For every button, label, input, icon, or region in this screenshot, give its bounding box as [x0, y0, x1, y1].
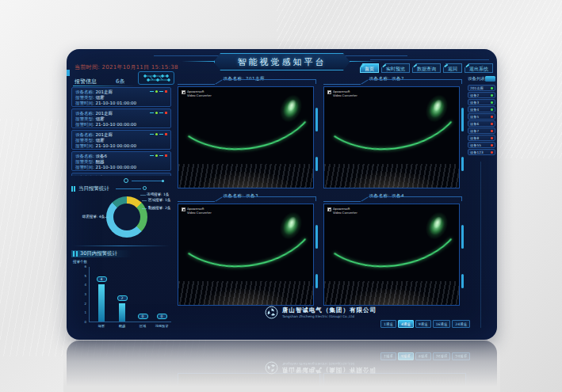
red-dot-icon	[165, 154, 167, 157]
watermark-logo-icon	[182, 90, 185, 94]
bar-value-label: 0	[157, 314, 167, 319]
watermark: ApowersoftVideo Converter	[327, 90, 357, 97]
machinery-silhouette	[178, 281, 313, 305]
nav-button-back[interactable]: 返回	[443, 63, 462, 73]
green-dot-icon	[155, 133, 158, 135]
network-topology-icon	[138, 71, 174, 85]
title-wing	[182, 61, 215, 62]
alarm-card[interactable]: 设备名称: 201走廊 报警类型: 烟雾 报警时间: 21-10-10 00:0…	[71, 130, 171, 150]
deco-dot	[143, 186, 147, 190]
donut-label: 翻越报警: 2条	[148, 206, 170, 210]
channel-button-9[interactable]: 9通道	[415, 320, 431, 328]
divider	[73, 245, 170, 246]
nav-line	[370, 59, 489, 60]
company-logo-icon	[265, 361, 278, 375]
x-tick-label: 烟雾	[91, 324, 112, 328]
bar-climb	[119, 303, 125, 322]
video-feed[interactable]: ApowersoftVideo Converter	[323, 86, 460, 188]
donut-label: 违规报警: 1条	[147, 192, 169, 196]
channel-button-24[interactable]: 24通道	[452, 320, 470, 328]
device-list-item[interactable]: 设备2	[468, 92, 495, 98]
channel-button-4[interactable]: 4通道	[398, 320, 414, 328]
video-feed[interactable]: ApowersoftVideo Converter	[178, 204, 314, 306]
channel-switcher: 1通道 4通道 9通道 16通道 24通道	[380, 320, 470, 328]
device-list-item[interactable]: 设备8	[468, 135, 495, 141]
bar-value-label: 2	[117, 295, 128, 301]
channel-button-16[interactable]: 16通道	[433, 320, 451, 328]
status-dot-icon	[491, 116, 493, 118]
green-dot-icon	[155, 154, 158, 157]
watermark: ApowersoftVideo Converter	[327, 207, 357, 215]
alarm-time: 21-10-10 00:00:00	[96, 122, 136, 127]
alarm-status-icons	[150, 154, 167, 157]
nav-button-live-preview[interactable]: 实时预览	[381, 63, 410, 73]
section-marker-icon	[73, 251, 78, 257]
video-grid: 设备名称: 201走廊 ApowersoftVideo Converter 设备…	[176, 76, 465, 307]
nav-button-home[interactable]: 首页	[360, 63, 379, 73]
daily-donut-chart	[106, 196, 147, 238]
alarm-time: 21-10-10 00:00:00	[96, 143, 136, 148]
video-feed[interactable]: ApowersoftVideo Converter	[323, 204, 460, 306]
x-tick-label: 违规预警	[151, 324, 172, 328]
page-title: 智能视觉感知平台	[214, 53, 350, 70]
header-line	[154, 55, 225, 56]
alarm-panel: 报警信息 6条 设备名称: 201走廊 报警类型: 烟雾 报警时间: 21-10…	[71, 76, 173, 331]
bar-value-label: 0	[138, 314, 148, 319]
red-dot-icon	[165, 112, 167, 114]
video-feed[interactable]: ApowersoftVideo Converter	[178, 86, 314, 188]
list-slider[interactable]	[71, 178, 171, 185]
watermark-logo-icon	[327, 207, 331, 211]
bar-smoke	[98, 284, 105, 322]
watermark: ApowersoftVideo Converter	[182, 90, 212, 97]
nav-button-data-query[interactable]: 数据查询	[412, 63, 441, 73]
alarm-card[interactable]: 设备名称: 201走廊 报警类型: 烟雾 报警时间: 21-10-10 00:0…	[71, 108, 171, 128]
device-list-item[interactable]: 设备55	[468, 142, 495, 148]
status-dot-icon	[491, 94, 493, 97]
machinery-silhouette	[324, 281, 459, 305]
alarm-device: 201走廊	[96, 111, 113, 116]
device-list-item[interactable]: 201走廊	[468, 85, 495, 91]
device-list-item[interactable]: 设备7	[468, 127, 495, 134]
current-time: 当前时间: 2021年10月11日 15:15:38	[75, 63, 178, 71]
company-name-en: Tangshan Zhicheng Electric (Group) Co.,L…	[282, 314, 377, 318]
red-dot-icon	[165, 133, 167, 135]
monthly-stats-title: 30日内报警统计	[71, 250, 132, 257]
channel-button-1[interactable]: 1通道	[380, 320, 396, 328]
slider-handle[interactable]	[124, 178, 128, 183]
red-dot-icon	[165, 90, 167, 93]
alarm-card[interactable]: 设备名称: 201走廊 报警类型: 烟雾 报警时间: 21-10-10 01:0…	[71, 87, 171, 107]
bar-value-label: 4	[97, 276, 107, 282]
device-list-item[interactable]: 设备3	[468, 99, 495, 105]
alarm-device: 设备6	[96, 154, 108, 158]
y-axis-label: 报警个数	[73, 260, 87, 264]
green-dot-icon	[155, 112, 158, 114]
divider	[73, 86, 135, 86]
green-dot-icon	[155, 90, 158, 93]
page-title-text: 智能视觉感知平台	[238, 56, 327, 68]
status-dot-icon	[491, 87, 493, 89]
watermark-logo-icon	[182, 207, 185, 211]
bar-violation	[159, 322, 165, 322]
device-list-item[interactable]: 设备4	[468, 106, 495, 112]
watermark: ApowersoftVideo Converter	[182, 207, 212, 215]
device-search-button[interactable]	[485, 76, 495, 82]
machinery-silhouette	[178, 164, 313, 188]
monthly-bar-chart: 0 1 2 3 4 5 6 4 2 0 0 烟雾 翻越 区域 违规预警	[71, 267, 173, 322]
x-tick-label: 翻越	[112, 324, 132, 328]
slider-end-dot	[162, 180, 164, 182]
alarm-time: 21-10-10 01:00:00	[96, 101, 136, 105]
alarm-card[interactable]: 设备名称: 设备6 报警类型: 翻越 报警时间: 21-10-10 00:00:…	[71, 151, 171, 171]
alarm-panel-title: 报警信息	[75, 78, 97, 86]
video-panel: 设备名称: 201走廊 ApowersoftVideo Converter	[176, 76, 319, 190]
machinery-silhouette	[324, 164, 459, 188]
nav-button-exit[interactable]: 退出系统	[465, 63, 493, 73]
alarm-status-icons	[150, 133, 167, 135]
section-marker-icon	[71, 186, 76, 192]
alarm-type: 翻越	[96, 159, 105, 164]
alarm-card[interactable]: 设备名称: 设备6 报警类型: 翻越 报警时间: 21-10-10 00:00:…	[71, 173, 171, 176]
device-list-item[interactable]: 设备5	[468, 113, 495, 120]
device-list-item[interactable]: 设备123	[468, 149, 495, 155]
alarm-time: 21-10-10 00:00:00	[96, 165, 136, 169]
device-list-item[interactable]: 设备6	[468, 120, 495, 127]
status-dot-icon	[491, 108, 493, 111]
